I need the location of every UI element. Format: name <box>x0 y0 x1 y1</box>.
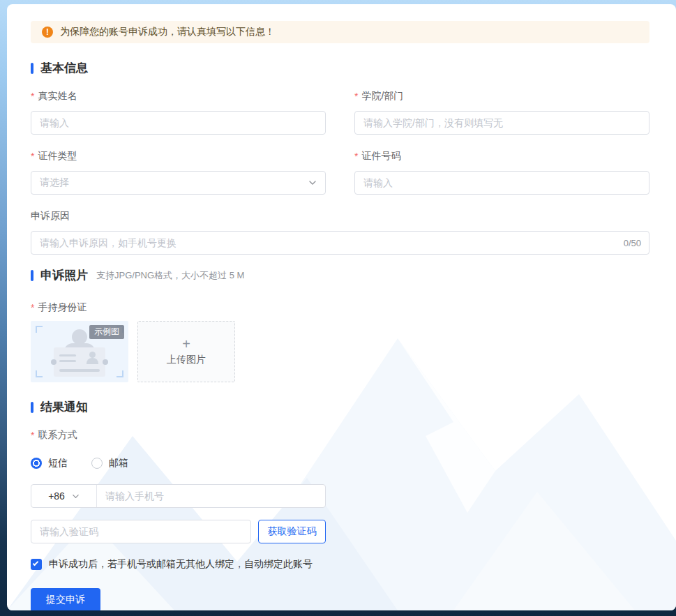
id-type-select[interactable]: 请选择 <box>31 171 326 195</box>
radio-email[interactable]: 邮箱 <box>91 457 128 469</box>
appeal-reason-input[interactable] <box>31 231 649 255</box>
id-photo-label-text: 手持身份证 <box>38 301 87 314</box>
phone-input-group: +86 <box>31 484 326 508</box>
chevron-down-icon <box>308 179 317 187</box>
id-card-graphic <box>54 347 105 377</box>
captcha-input[interactable] <box>31 520 251 543</box>
department-input[interactable] <box>354 111 649 135</box>
section-title-result-notify: 结果通知 <box>40 399 88 415</box>
auto-bind-row: 申诉成功后，若手机号或邮箱无其他人绑定，自动绑定此账号 <box>31 558 649 571</box>
id-number-label-text: 证件号码 <box>361 150 400 163</box>
sample-tag-badge: 示例图 <box>89 325 124 339</box>
section-header-appeal-photos: 申诉照片 支持JPG/PNG格式，大小不超过 5 M <box>31 267 649 283</box>
id-type-label-text: 证件类型 <box>38 150 77 163</box>
frame-corner <box>117 370 123 377</box>
warning-banner: ! 为保障您的账号申诉成功，请认真填写以下信息！ <box>31 21 649 43</box>
frame-corner <box>36 326 43 333</box>
radio-unselected-icon <box>91 458 103 469</box>
contact-method-label-text: 联系方式 <box>38 429 77 442</box>
radio-sms[interactable]: 短信 <box>31 457 68 469</box>
phone-number-input[interactable] <box>97 485 325 507</box>
get-captcha-button[interactable]: 获取验证码 <box>258 520 326 543</box>
section-title-basic-info: 基本信息 <box>40 60 88 76</box>
id-number-input[interactable] <box>354 171 649 195</box>
photo-format-note: 支持JPG/PNG格式，大小不超过 5 M <box>96 269 244 282</box>
submit-appeal-button[interactable]: 提交申诉 <box>31 588 100 610</box>
appeal-reason-input-wrap: 0/50 <box>31 231 649 255</box>
appeal-reason-label: 申诉原因 <box>31 210 649 223</box>
hand-dot <box>51 359 57 365</box>
hand-dot <box>103 359 108 365</box>
chevron-down-icon <box>72 493 80 500</box>
upload-image-button[interactable]: + 上传图片 <box>137 321 235 382</box>
id-type-label: * 证件类型 <box>31 150 326 163</box>
section-accent-bar <box>31 402 33 413</box>
real-name-label-text: 真实姓名 <box>38 90 77 103</box>
field-id-number: * 证件号码 <box>354 150 649 195</box>
warning-icon: ! <box>42 27 53 38</box>
section-header-result-notify: 结果通知 <box>31 399 649 415</box>
field-real-name: * 真实姓名 <box>31 90 326 135</box>
id-type-select-placeholder: 请选择 <box>40 176 69 189</box>
appeal-form-card: ! 为保障您的账号申诉成功，请认真填写以下信息！ 基本信息 * 真实姓名 <box>7 4 676 610</box>
section-header-basic-info: 基本信息 <box>31 60 649 76</box>
required-mark: * <box>31 91 34 102</box>
field-department: * 学院/部门 <box>354 90 649 135</box>
radio-selected-icon <box>31 458 42 469</box>
captcha-row: 获取验证码 <box>31 520 649 543</box>
basic-info-fields: * 真实姓名 * 学院/部门 * 证件类型 <box>31 90 649 210</box>
section-accent-bar <box>31 63 33 74</box>
upload-button-label: 上传图片 <box>167 354 206 366</box>
contact-method-label: * 联系方式 <box>31 429 649 442</box>
id-photo-row: 示例图 + 上传图片 <box>31 321 649 382</box>
country-code-select[interactable]: +86 <box>31 485 97 507</box>
department-label: * 学院/部门 <box>354 90 649 103</box>
person-holding-id-icon <box>72 329 87 345</box>
auto-bind-label: 申诉成功后，若手机号或邮箱无其他人绑定，自动绑定此账号 <box>49 558 313 571</box>
auto-bind-checkbox[interactable] <box>31 559 42 570</box>
field-appeal-reason: 申诉原因 0/50 <box>31 210 649 255</box>
warning-banner-text: 为保障您的账号申诉成功，请认真填写以下信息！ <box>60 26 275 38</box>
country-code-value: +86 <box>48 490 65 502</box>
field-id-type: * 证件类型 请选择 <box>31 150 326 195</box>
required-mark: * <box>354 151 358 162</box>
radio-sms-label: 短信 <box>48 457 68 469</box>
sample-image: 示例图 <box>31 321 128 382</box>
appeal-reason-label-text: 申诉原因 <box>31 210 70 223</box>
required-mark: * <box>31 302 34 313</box>
id-photo-label: * 手持身份证 <box>31 301 649 314</box>
char-counter: 0/50 <box>624 238 641 248</box>
id-number-label: * 证件号码 <box>354 150 649 163</box>
real-name-label: * 真实姓名 <box>31 90 326 103</box>
required-mark: * <box>31 151 34 162</box>
checkmark-icon <box>33 560 38 566</box>
required-mark: * <box>31 430 34 441</box>
section-accent-bar <box>31 270 33 281</box>
contact-method-radio-group: 短信 邮箱 <box>31 457 649 469</box>
radio-email-label: 邮箱 <box>109 457 128 469</box>
form-content: ! 为保障您的账号申诉成功，请认真填写以下信息！ 基本信息 * 真实姓名 <box>7 4 676 610</box>
plus-icon: + <box>182 337 190 351</box>
required-mark: * <box>354 91 358 102</box>
department-label-text: 学院/部门 <box>361 90 403 103</box>
section-title-appeal-photos: 申诉照片 <box>40 267 88 283</box>
appeal-page: ! 为保障您的账号申诉成功，请认真填写以下信息！ 基本信息 * 真实姓名 <box>0 0 676 616</box>
real-name-input[interactable] <box>31 111 326 135</box>
frame-corner <box>36 370 43 377</box>
